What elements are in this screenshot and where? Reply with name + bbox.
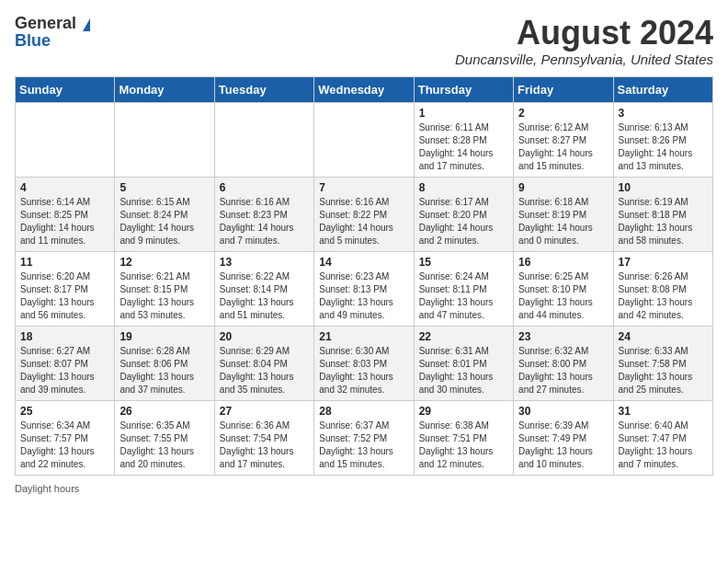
calendar-day-cell <box>16 102 115 177</box>
calendar-day-cell: 19Sunrise: 6:28 AM Sunset: 8:06 PM Dayli… <box>115 326 214 400</box>
calendar-day-cell: 1Sunrise: 6:11 AM Sunset: 8:28 PM Daylig… <box>414 102 513 177</box>
calendar-day-cell: 4Sunrise: 6:14 AM Sunset: 8:25 PM Daylig… <box>16 177 115 251</box>
calendar-day-cell: 23Sunrise: 6:32 AM Sunset: 8:00 PM Dayli… <box>514 326 613 400</box>
calendar-day-cell: 26Sunrise: 6:35 AM Sunset: 7:55 PM Dayli… <box>115 400 214 475</box>
day-info: Sunrise: 6:35 AM Sunset: 7:55 PM Dayligh… <box>119 419 209 471</box>
calendar-week-row: 1Sunrise: 6:11 AM Sunset: 8:28 PM Daylig… <box>16 102 713 177</box>
day-number: 28 <box>319 405 408 418</box>
calendar-day-cell: 10Sunrise: 6:19 AM Sunset: 8:18 PM Dayli… <box>613 177 712 251</box>
calendar-day-cell: 11Sunrise: 6:20 AM Sunset: 8:17 PM Dayli… <box>16 251 115 326</box>
day-number: 5 <box>119 181 209 194</box>
day-info: Sunrise: 6:34 AM Sunset: 7:57 PM Dayligh… <box>20 419 109 471</box>
day-of-week-header: Wednesday <box>314 76 414 102</box>
calendar-day-cell: 31Sunrise: 6:40 AM Sunset: 7:47 PM Dayli… <box>613 400 712 475</box>
day-number: 12 <box>119 256 209 269</box>
day-number: 13 <box>220 256 309 269</box>
location-subtitle: Duncansville, Pennsylvania, United State… <box>455 52 713 67</box>
day-number: 29 <box>419 405 508 418</box>
calendar-day-cell: 3Sunrise: 6:13 AM Sunset: 8:26 PM Daylig… <box>613 102 712 177</box>
day-info: Sunrise: 6:12 AM Sunset: 8:27 PM Dayligh… <box>518 121 608 173</box>
calendar-day-cell: 24Sunrise: 6:33 AM Sunset: 7:58 PM Dayli… <box>613 326 712 400</box>
day-of-week-header: Thursday <box>414 76 513 102</box>
calendar-day-cell: 7Sunrise: 6:16 AM Sunset: 8:22 PM Daylig… <box>314 177 414 251</box>
calendar-day-cell: 14Sunrise: 6:23 AM Sunset: 8:13 PM Dayli… <box>314 251 414 326</box>
calendar-table: SundayMondayTuesdayWednesdayThursdayFrid… <box>15 76 713 476</box>
calendar-week-row: 18Sunrise: 6:27 AM Sunset: 8:07 PM Dayli… <box>16 326 713 400</box>
day-number: 25 <box>20 405 109 418</box>
calendar-day-cell: 8Sunrise: 6:17 AM Sunset: 8:20 PM Daylig… <box>414 177 513 251</box>
day-info: Sunrise: 6:28 AM Sunset: 8:06 PM Dayligh… <box>119 345 209 396</box>
calendar-day-cell: 6Sunrise: 6:16 AM Sunset: 8:23 PM Daylig… <box>214 177 313 251</box>
day-info: Sunrise: 6:18 AM Sunset: 8:19 PM Dayligh… <box>518 196 608 247</box>
day-info: Sunrise: 6:25 AM Sunset: 8:10 PM Dayligh… <box>518 270 608 322</box>
day-info: Sunrise: 6:39 AM Sunset: 7:49 PM Dayligh… <box>518 419 608 471</box>
day-info: Sunrise: 6:38 AM Sunset: 7:51 PM Dayligh… <box>419 419 508 471</box>
day-info: Sunrise: 6:17 AM Sunset: 8:20 PM Dayligh… <box>419 196 508 247</box>
day-info: Sunrise: 6:36 AM Sunset: 7:54 PM Dayligh… <box>220 419 309 471</box>
day-number: 18 <box>20 330 109 343</box>
day-number: 3 <box>619 107 708 120</box>
calendar-day-cell: 28Sunrise: 6:37 AM Sunset: 7:52 PM Dayli… <box>314 400 414 475</box>
day-info: Sunrise: 6:22 AM Sunset: 8:14 PM Dayligh… <box>220 270 309 322</box>
day-number: 16 <box>518 256 608 269</box>
calendar-day-cell: 9Sunrise: 6:18 AM Sunset: 8:19 PM Daylig… <box>514 177 613 251</box>
day-info: Sunrise: 6:14 AM Sunset: 8:25 PM Dayligh… <box>20 196 109 247</box>
day-info: Sunrise: 6:20 AM Sunset: 8:17 PM Dayligh… <box>20 270 109 322</box>
day-of-week-header: Monday <box>115 76 214 102</box>
calendar-day-cell: 17Sunrise: 6:26 AM Sunset: 8:08 PM Dayli… <box>613 251 712 326</box>
calendar-day-cell <box>314 102 414 177</box>
day-number: 24 <box>619 330 708 343</box>
calendar-week-row: 4Sunrise: 6:14 AM Sunset: 8:25 PM Daylig… <box>16 177 713 251</box>
day-info: Sunrise: 6:16 AM Sunset: 8:22 PM Dayligh… <box>319 196 408 247</box>
logo-blue: Blue <box>15 32 51 49</box>
day-of-week-header: Sunday <box>16 76 115 102</box>
day-number: 21 <box>319 330 408 343</box>
day-number: 23 <box>518 330 608 343</box>
page-header: General Blue August 2024 Duncansville, P… <box>15 15 713 67</box>
logo-general: General <box>15 14 76 32</box>
day-number: 14 <box>319 256 408 269</box>
calendar-day-cell: 15Sunrise: 6:24 AM Sunset: 8:11 PM Dayli… <box>414 251 513 326</box>
title-area: August 2024 Duncansville, Pennsylvania, … <box>455 15 713 67</box>
day-info: Sunrise: 6:15 AM Sunset: 8:24 PM Dayligh… <box>119 196 209 247</box>
calendar-week-row: 11Sunrise: 6:20 AM Sunset: 8:17 PM Dayli… <box>16 251 713 326</box>
day-number: 27 <box>220 405 309 418</box>
day-number: 10 <box>619 181 708 194</box>
day-number: 15 <box>419 256 508 269</box>
calendar-day-cell <box>214 102 313 177</box>
day-number: 17 <box>619 256 708 269</box>
day-info: Sunrise: 6:26 AM Sunset: 8:08 PM Dayligh… <box>619 270 708 322</box>
day-number: 7 <box>319 181 408 194</box>
day-number: 26 <box>119 405 209 418</box>
logo: General Blue <box>15 15 90 49</box>
day-info: Sunrise: 6:11 AM Sunset: 8:28 PM Dayligh… <box>419 121 508 173</box>
day-number: 19 <box>119 330 209 343</box>
day-info: Sunrise: 6:23 AM Sunset: 8:13 PM Dayligh… <box>319 270 408 322</box>
day-number: 9 <box>518 181 608 194</box>
logo-triangle-icon <box>83 18 90 31</box>
month-year-title: August 2024 <box>455 15 713 52</box>
day-number: 11 <box>20 256 109 269</box>
day-number: 2 <box>518 107 608 120</box>
day-info: Sunrise: 6:32 AM Sunset: 8:00 PM Dayligh… <box>518 345 608 396</box>
day-number: 1 <box>419 107 508 120</box>
day-info: Sunrise: 6:30 AM Sunset: 8:03 PM Dayligh… <box>319 345 408 396</box>
calendar-day-cell: 13Sunrise: 6:22 AM Sunset: 8:14 PM Dayli… <box>214 251 313 326</box>
day-info: Sunrise: 6:21 AM Sunset: 8:15 PM Dayligh… <box>119 270 209 322</box>
calendar-day-cell: 5Sunrise: 6:15 AM Sunset: 8:24 PM Daylig… <box>115 177 214 251</box>
calendar-header-row: SundayMondayTuesdayWednesdayThursdayFrid… <box>16 76 713 102</box>
calendar-day-cell <box>115 102 214 177</box>
day-number: 31 <box>619 405 708 418</box>
day-of-week-header: Tuesday <box>214 76 313 102</box>
calendar-day-cell: 21Sunrise: 6:30 AM Sunset: 8:03 PM Dayli… <box>314 326 414 400</box>
day-number: 8 <box>419 181 508 194</box>
calendar-day-cell: 12Sunrise: 6:21 AM Sunset: 8:15 PM Dayli… <box>115 251 214 326</box>
calendar-day-cell: 16Sunrise: 6:25 AM Sunset: 8:10 PM Dayli… <box>514 251 613 326</box>
day-info: Sunrise: 6:19 AM Sunset: 8:18 PM Dayligh… <box>619 196 708 247</box>
day-of-week-header: Friday <box>514 76 613 102</box>
calendar-day-cell: 22Sunrise: 6:31 AM Sunset: 8:01 PM Dayli… <box>414 326 513 400</box>
day-info: Sunrise: 6:40 AM Sunset: 7:47 PM Dayligh… <box>619 419 708 471</box>
calendar-day-cell: 25Sunrise: 6:34 AM Sunset: 7:57 PM Dayli… <box>16 400 115 475</box>
day-info: Sunrise: 6:33 AM Sunset: 7:58 PM Dayligh… <box>619 345 708 396</box>
day-info: Sunrise: 6:29 AM Sunset: 8:04 PM Dayligh… <box>220 345 309 396</box>
